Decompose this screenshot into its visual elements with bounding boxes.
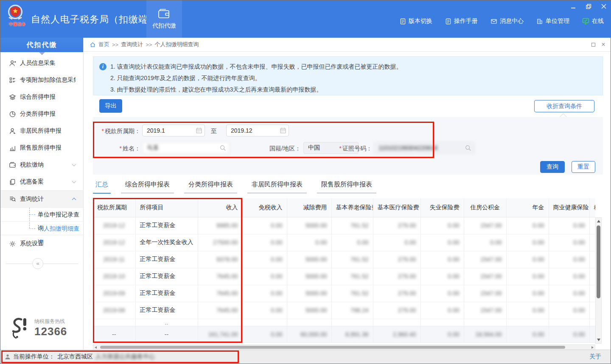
value-cell: 0.00	[533, 290, 544, 297]
value-cell: 0.00	[533, 239, 544, 246]
main-area: 首页 >> 查询统计 >> 个人扣缴明细查询 ✕ i 1. 该查询统计表仅能查询…	[84, 38, 611, 350]
calendar-icon[interactable]	[196, 127, 202, 134]
horizontal-scroll-thumb[interactable]	[100, 346, 565, 349]
about-link[interactable]: 关于	[589, 353, 601, 361]
column-header: 减除费用	[287, 198, 331, 217]
tab-withholding-module[interactable]: 代扣代缴	[146, 0, 182, 38]
restore-button[interactable]	[585, 3, 592, 10]
breadcrumb-level2: 个人扣缴明细查询	[154, 41, 199, 48]
tab-restricted-stock[interactable]: 限售股所得申报表	[317, 181, 376, 194]
national-emblem-icon	[6, 3, 25, 22]
tab-classified[interactable]: 分类所得申报表	[184, 181, 237, 194]
income-item-cell: 正常工资薪金	[135, 268, 198, 285]
tab-comprehensive[interactable]: 综合所得申报表	[121, 181, 174, 194]
value-cell: 0.00	[533, 256, 544, 263]
panel-maximize-icon[interactable]	[591, 43, 595, 47]
panel-close-icon[interactable]: ✕	[601, 42, 605, 47]
sidebar-item-label: 税款缴纳	[20, 161, 73, 169]
close-button[interactable]	[600, 3, 607, 10]
column-header: 基本医疗保险费	[373, 198, 420, 217]
person-icon	[5, 354, 11, 360]
vertical-scrollbar[interactable]	[595, 217, 602, 344]
search-icon[interactable]	[219, 144, 226, 151]
total-value-cell: 0.00	[573, 331, 585, 338]
total-value-cell: 2,960.40	[393, 331, 416, 338]
sidebar-item-preferential-filing[interactable]: 优惠备案	[0, 173, 83, 190]
sidebar-item-comprehensive-income[interactable]: 综合所得申报	[0, 89, 83, 106]
collapse-query-button[interactable]: 收折查询条件	[534, 100, 594, 112]
scroll-up-arrow[interactable]	[597, 220, 600, 222]
breadcrumb-home-link[interactable]: 首页	[98, 41, 109, 48]
wallet-icon	[9, 161, 20, 169]
name-input[interactable]	[142, 142, 230, 154]
sidebar-menu: 人员信息采集 专项附加扣除信息采集 综合所得申报	[0, 55, 83, 252]
sidebar-item-label: 综合所得申报	[20, 93, 76, 101]
total-item-cell: --	[135, 326, 198, 343]
sidebar-item-classified-income[interactable]: 分类所得申报	[0, 106, 83, 122]
nav-manual[interactable]: 操作手册	[445, 17, 478, 25]
sidebar-item-label: 非居民所得申报	[20, 127, 76, 135]
total-value-cell: 0.00	[533, 331, 544, 338]
notice-line: 2. 只能查询2019年及之后的数据，不能进行跨年度查询。	[110, 72, 597, 84]
sidebar-collapse-button[interactable]: «	[32, 258, 43, 269]
reset-button[interactable]: 重置	[572, 161, 595, 173]
search-icon[interactable]	[465, 144, 471, 151]
hotline-block: 纳税服务热线 12366	[10, 317, 67, 339]
period-cell: 2019-09	[103, 290, 125, 297]
sidebar-item-special-deduction[interactable]: 专项附加扣除信息采集	[0, 72, 83, 89]
module-tab-label: 代扣代缴	[152, 22, 176, 30]
tax-bureau-logo: 中国税务	[6, 3, 29, 36]
nav-label: 单位管理	[546, 17, 569, 25]
value-cell: 0.00	[490, 239, 502, 246]
sidebar-item-query-statistics[interactable]: 查询统计	[0, 190, 83, 207]
mail-icon	[490, 18, 497, 25]
sidebar-item-label: 人员信息采集	[20, 59, 76, 67]
top-nav: 版本切换 操作手册 消息中心 单位管理	[400, 17, 604, 25]
total-value-cell: 0.00	[271, 331, 282, 338]
value-cell: 0.00	[448, 290, 459, 297]
scroll-down-arrow[interactable]	[597, 339, 600, 341]
hotline-label: 纳税服务热线	[34, 318, 67, 325]
nav-organization-management[interactable]: 单位管理	[536, 17, 569, 25]
income-item-cell: 正常工资薪金	[135, 251, 198, 268]
sidebar-subitem-personal-withholding-query[interactable]: 个人扣缴明细查询	[0, 221, 83, 235]
sidebar-item-label: 专项附加扣除信息采集	[20, 76, 76, 84]
result-tabs: 汇总 综合所得申报表 分类所得申报表 非居民所得申报表 限售股所得申报表	[93, 181, 376, 194]
layers-icon	[9, 94, 20, 101]
column-header: 收入	[198, 198, 242, 217]
scroll-left-arrow[interactable]	[95, 346, 97, 349]
scroll-right-arrow[interactable]	[591, 346, 594, 349]
sidebar-item-label: 系统设置	[20, 240, 76, 247]
column-header: 税款所属期	[93, 198, 135, 217]
query-button[interactable]: 查询	[540, 161, 565, 173]
sidebar-item-personnel-info[interactable]: 人员信息采集	[0, 55, 83, 72]
value-cell: 0.00	[271, 222, 282, 229]
calendar-icon[interactable]	[280, 127, 286, 134]
sidebar-item-nonresident-income[interactable]: 非居民所得申报	[0, 122, 83, 139]
value-cell: 0.00	[573, 222, 585, 229]
export-button[interactable]: 导出	[99, 99, 122, 113]
column-header: 税	[589, 198, 595, 217]
id-number-input[interactable]	[374, 142, 475, 154]
value-cell: 0.00	[271, 239, 282, 246]
minimize-button[interactable]	[570, 3, 577, 10]
nav-version-switch[interactable]: 版本切换	[400, 17, 432, 25]
sidebar-item-restricted-stock[interactable]: 限售股所得申报	[0, 139, 83, 156]
nav-message-center[interactable]: 消息中心	[490, 17, 524, 25]
tab-nonresident[interactable]: 非居民所得申报表	[247, 181, 307, 194]
tab-summary[interactable]: 汇总	[93, 181, 111, 194]
sidebar-item-label: 查询统计	[20, 195, 73, 203]
sidebar-item-system-settings[interactable]: 系统设置	[0, 235, 83, 252]
column-header: 年金	[506, 198, 549, 217]
sidebar-subitem-unit-declaration-query[interactable]: 单位申报记录查询	[0, 208, 83, 221]
income-item-cell: 正常工资薪金	[135, 285, 198, 302]
period-cell: 2019-10	[103, 273, 125, 280]
value-cell: 761.52	[350, 256, 369, 263]
period-label: *税款所属期：	[91, 128, 140, 135]
value-cell: 761.52	[350, 273, 369, 280]
copy-icon	[9, 178, 20, 186]
nav-online-status[interactable]: 在线	[582, 17, 604, 25]
sidebar-item-tax-payment[interactable]: 税款缴纳	[0, 156, 83, 173]
value-cell: 5000.00	[306, 256, 327, 263]
vertical-scroll-thumb[interactable]	[597, 225, 600, 298]
